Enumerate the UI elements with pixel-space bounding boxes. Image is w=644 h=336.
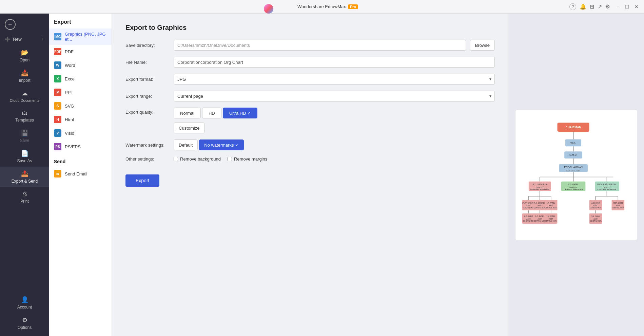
grid-icon[interactable]: ⊞ <box>590 3 594 10</box>
sidebar-item-templates[interactable]: 🗂 Templates <box>0 106 49 126</box>
watermark-none-button[interactable]: No watermarks ✓ <box>199 139 244 150</box>
print-label: Print <box>20 199 29 204</box>
left-sidebar: ← ➕ New + 📂 Open 📥 Import ☁ Cloud Docume… <box>0 14 49 336</box>
new-icon: ➕ <box>5 37 10 42</box>
format-item-svg[interactable]: S SVG <box>49 99 112 113</box>
svg-text:CENTRAL MANAGER: CENTRAL MANAGER <box>597 188 616 190</box>
format-item-pdf[interactable]: PDF PDF <box>49 45 112 58</box>
sidebar-item-export[interactable]: 📤 Export & Send <box>0 167 49 187</box>
save-icon: 💾 <box>21 129 28 137</box>
quality-hd-button[interactable]: HD <box>202 108 221 118</box>
other-settings-label: Other settings: <box>125 156 170 162</box>
other-settings-checkboxes: Remove background Remove margins <box>174 156 267 162</box>
customize-button[interactable]: Customize <box>174 123 204 133</box>
svg-text:R.K. GEORGE: R.K. GEORGE <box>534 202 546 204</box>
main-content: Export to Graphics Save directory: Brows… <box>112 14 508 336</box>
format-item-graphics[interactable]: IMG Graphics (PNG, JPG et... <box>49 29 112 45</box>
svg-text:GENERAL DIR.: GENERAL DIR. <box>566 169 581 171</box>
svg-text:C.M.D.: C.M.D. <box>569 153 577 156</box>
pseps-label: PS/EPS <box>65 144 81 149</box>
pseps-icon: PS <box>54 143 61 150</box>
share-icon[interactable]: ↗ <box>598 3 602 10</box>
watermark-row: Watermark settings: Default No watermark… <box>125 139 495 150</box>
format-item-html[interactable]: H Html <box>49 113 112 126</box>
svg-text:ASST.: ASST. <box>593 205 598 206</box>
pdf-label: PDF <box>65 49 74 54</box>
options-icon: ⚙ <box>22 316 27 324</box>
options-label: Options <box>18 325 32 330</box>
top-bar-icons: ? 🔔 ⊞ ↗ ⚙ <box>569 3 610 10</box>
format-item-word[interactable]: W Word <box>49 58 112 72</box>
word-label: Word <box>65 63 75 68</box>
svg-text:K.B. PATEL: K.B. PATEL <box>568 183 579 185</box>
minimize-button[interactable]: − <box>614 3 621 10</box>
export-format-select[interactable]: JPG PNG BMP SVG <box>174 74 495 85</box>
sidebar-item-options[interactable]: ⚙ Options <box>0 313 49 333</box>
svg-text:ASST.: ASST. <box>538 205 542 206</box>
sidebar-item-print[interactable]: 🖨 Print <box>0 187 49 207</box>
close-button[interactable]: ✕ <box>633 3 640 10</box>
sidebar-item-saveas[interactable]: 📄 Save As <box>0 146 49 167</box>
save-dir-row: Save directory: Browse <box>125 40 495 51</box>
svg-text:ASST.: ASST. <box>526 218 531 220</box>
quality-normal-button[interactable]: Normal <box>174 108 201 118</box>
svg-text:W.G.: W.G. <box>570 141 576 144</box>
send-item-email[interactable]: ✉ Send Email <box>49 167 112 181</box>
import-label: Import <box>19 78 30 83</box>
sidebar-item-save[interactable]: 💾 Save <box>0 126 49 146</box>
maximize-button[interactable]: ❐ <box>624 3 630 10</box>
sidebar-item-cloud[interactable]: ☁ Cloud Documents <box>0 86 49 106</box>
quality-controls: Normal HD Ultra HD ✓ Customize <box>174 108 257 133</box>
sidebar-item-account[interactable]: 👤 Account <box>0 293 49 313</box>
svg-text:ASST.: ASST. <box>538 218 542 220</box>
svg-text:ASST.: ASST. <box>593 218 598 220</box>
middle-panel: Export IMG Graphics (PNG, JPG et... PDF … <box>49 14 112 336</box>
notify-icon[interactable]: 🔔 <box>580 3 586 10</box>
sidebar-item-open[interactable]: 📂 Open <box>0 45 49 66</box>
file-name-row: File Name: <box>125 57 495 68</box>
svg-text:CENTRAL MGR.: CENTRAL MGR. <box>545 207 557 208</box>
svg-icon: S <box>54 102 61 110</box>
account-label: Account <box>17 305 32 310</box>
format-item-excel[interactable]: X Excel <box>49 72 112 86</box>
svg-text:ASST.: ASST. <box>549 218 553 220</box>
remove-margins-checkbox[interactable] <box>228 157 232 161</box>
right-preview: CHAIRMAN W.G. C.M.D. PRE-CHAIRMAN GENERA… <box>508 14 644 336</box>
file-name-input[interactable] <box>174 57 495 68</box>
export-range-select[interactable]: Current page All pages Selected objects <box>174 91 495 101</box>
svg-text:ASST. CHIEF: ASST. CHIEF <box>613 202 623 204</box>
new-label: New <box>13 37 22 42</box>
sidebar-item-import[interactable]: 📥 Import <box>0 66 49 86</box>
export-button[interactable]: Export <box>125 174 159 187</box>
page-title: Export to Graphics <box>125 24 495 32</box>
format-item-ppt[interactable]: P PPT <box>49 86 112 99</box>
help-icon[interactable]: ? <box>569 3 576 10</box>
browse-button[interactable]: Browse <box>470 40 495 51</box>
svg-text:CENTRAL MANAGER: CENTRAL MANAGER <box>564 188 583 190</box>
sidebar-item-new[interactable]: ➕ New + <box>0 33 49 45</box>
title-bar: Wondershare EdrawMax Pro ? 🔔 ⊞ ↗ ⚙ − ❐ ✕ <box>0 0 644 14</box>
ppt-icon: P <box>54 89 61 96</box>
settings-icon[interactable]: ⚙ <box>605 3 610 10</box>
graphics-label: Graphics (PNG, JPG et... <box>65 32 107 42</box>
format-item-pseps[interactable]: PS PS/EPS <box>49 140 112 153</box>
templates-label: Templates <box>15 118 34 123</box>
graphics-icon: IMG <box>54 33 61 40</box>
preview-card: CHAIRMAN W.G. C.M.D. PRE-CHAIRMAN GENERA… <box>515 110 637 240</box>
svg-text:A.M. STAR: A.M. STAR <box>591 202 600 204</box>
save-dir-input[interactable] <box>174 40 466 51</box>
format-item-visio[interactable]: V Visio <box>49 126 112 140</box>
remove-bg-label[interactable]: Remove background <box>174 156 221 162</box>
quality-ultrahd-button[interactable]: Ultra HD ✓ <box>223 108 257 118</box>
avatar <box>264 4 273 14</box>
export-section-title: Export <box>49 14 112 29</box>
back-button[interactable]: ← <box>5 19 16 30</box>
word-icon: W <box>54 61 61 69</box>
org-chart-preview: CHAIRMAN W.G. C.M.D. PRE-CHAIRMAN GENERA… <box>522 117 631 232</box>
watermark-button-group: Default No watermarks ✓ <box>174 139 244 150</box>
cloud-icon: ☁ <box>22 90 28 97</box>
watermark-default-button[interactable]: Default <box>174 139 198 150</box>
remove-margins-label[interactable]: Remove margins <box>228 156 267 162</box>
svg-text:ASST.: ASST. <box>549 205 553 206</box>
remove-bg-checkbox[interactable] <box>174 157 178 161</box>
